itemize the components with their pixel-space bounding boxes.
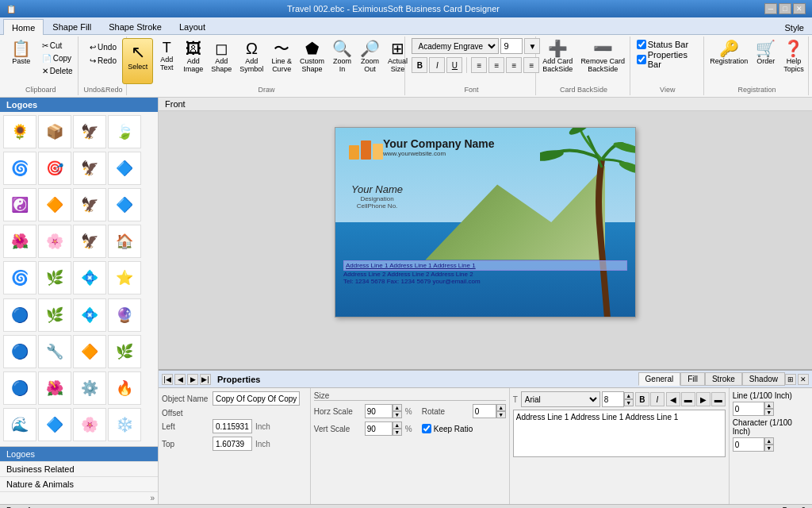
properties-bar-toggle[interactable]: Properties Bar [637, 50, 699, 69]
tab-shape-fill[interactable]: Shape Fill [44, 18, 100, 34]
list-item[interactable]: 🦅 [73, 115, 106, 148]
tab-home[interactable]: Home [3, 19, 44, 35]
panel-close-button[interactable]: ✕ [798, 374, 809, 385]
add-image-button[interactable]: 🖼 AddImage [180, 38, 206, 75]
cut-button[interactable]: ✂ Cut [39, 40, 76, 52]
list-item[interactable]: 🏠 [108, 225, 141, 258]
list-item[interactable]: 🌊 [3, 408, 36, 441]
sidebar-item-nature-animals[interactable]: Nature & Animals [0, 477, 158, 492]
sidebar-item-business-related[interactable]: Business Related [0, 462, 158, 477]
list-item[interactable]: 🔷 [108, 188, 141, 221]
add-shape-button[interactable]: ◻ AddShape [208, 38, 235, 75]
object-name-input[interactable] [213, 391, 300, 406]
select-button[interactable]: ↖ Select [122, 38, 153, 84]
prop-bold-button[interactable]: B [635, 392, 649, 406]
font-name-select[interactable]: Academy Engraved LE [412, 38, 499, 54]
rotate-up[interactable]: ▲ [496, 404, 506, 411]
list-item[interactable]: 🍃 [108, 115, 141, 148]
list-item[interactable]: 🎯 [38, 152, 71, 185]
order-button[interactable]: 🛒 Order [753, 38, 779, 67]
font-size-up[interactable]: ▲ [624, 392, 634, 399]
underline-button[interactable]: U [446, 57, 462, 73]
copy-button[interactable]: 📄 Copy [39, 52, 76, 64]
tab-stroke[interactable]: Stroke [705, 372, 742, 386]
bold-button[interactable]: B [412, 57, 427, 73]
tab-shadow[interactable]: Shadow [742, 372, 785, 386]
nav-first-button[interactable]: |◀ [162, 374, 173, 385]
list-item[interactable]: 🌺 [38, 371, 71, 405]
delete-button[interactable]: ✕ Delete [39, 65, 76, 77]
line-down[interactable]: ▼ [764, 409, 774, 416]
list-item[interactable]: 🔵 [3, 298, 36, 332]
sidebar-item-logoes[interactable]: Logoes [0, 447, 158, 462]
list-item[interactable]: 📦 [38, 115, 71, 148]
char-up[interactable]: ▲ [764, 437, 774, 444]
list-item[interactable]: ⚙️ [73, 371, 106, 405]
list-item[interactable]: 💠 [73, 298, 106, 332]
list-item[interactable]: ⭐ [108, 261, 141, 294]
zoom-in-button[interactable]: 🔍 ZoomIn [329, 38, 355, 75]
vert-scale-down[interactable]: ▼ [393, 429, 402, 436]
prop-align-center-button[interactable]: ▬ [681, 392, 695, 406]
tab-general[interactable]: General [638, 372, 681, 386]
justify-button[interactable]: ≡ [523, 57, 539, 73]
list-item[interactable]: ☯️ [3, 188, 36, 221]
custom-shape-button[interactable]: ⬟ CustomShape [297, 38, 327, 75]
list-item[interactable]: 🔵 [3, 371, 36, 405]
redo-button[interactable]: ↪ Redo [86, 55, 120, 67]
line-curve-button[interactable]: 〜 Line &Curve [268, 38, 295, 75]
list-item[interactable]: 🔷 [108, 152, 141, 185]
panel-float-button[interactable]: ⊞ [785, 374, 796, 385]
offset-top-input[interactable] [213, 437, 252, 451]
font-size-input-prop[interactable] [602, 391, 624, 407]
list-item[interactable]: 🦅 [73, 152, 106, 185]
list-item[interactable]: 🌺 [3, 225, 36, 258]
char-value-input[interactable] [733, 437, 764, 452]
status-bar-checkbox[interactable] [637, 40, 646, 49]
add-card-backside-button[interactable]: ➕ Add CardBackSide [539, 38, 576, 75]
prop-align-right-button[interactable]: ▶ [696, 392, 710, 406]
align-left-button[interactable]: ≡ [471, 57, 487, 73]
vert-scale-up[interactable]: ▲ [393, 421, 402, 429]
zoom-out-button[interactable]: 🔎 ZoomOut [357, 38, 383, 75]
style-dropdown[interactable]: Style [777, 21, 812, 34]
align-center-button[interactable]: ≡ [488, 57, 504, 73]
list-item[interactable]: 🦅 [73, 225, 106, 258]
help-topics-button[interactable]: ❓ HelpTopics [780, 38, 807, 75]
list-item[interactable]: 🔶 [38, 188, 71, 221]
expand-arrow[interactable]: » [0, 492, 158, 504]
business-card[interactable]: Your Company Name www.yourwebsite.com Yo… [335, 127, 636, 318]
list-item[interactable]: 🔧 [38, 335, 71, 368]
rotate-input[interactable] [473, 404, 496, 418]
prop-justify-button[interactable]: ▬ [711, 392, 726, 406]
font-size-input[interactable] [500, 38, 523, 54]
line-up[interactable]: ▲ [764, 402, 774, 409]
text-preview-area[interactable]: Address Line 1 Address Line 1 Address Li… [513, 410, 726, 457]
add-text-button[interactable]: T AddText [155, 38, 178, 74]
remove-card-backside-button[interactable]: ➖ Remove CardBackSide [577, 38, 628, 75]
list-item[interactable]: 🌀 [3, 152, 36, 185]
font-name-select-prop[interactable]: Arial [521, 391, 600, 407]
offset-left-input[interactable] [213, 419, 252, 433]
paste-button[interactable]: 📋 Paste [6, 38, 37, 67]
tab-fill[interactable]: Fill [680, 372, 705, 386]
line-value-input[interactable] [733, 402, 764, 416]
prop-align-left-button[interactable]: ◀ [666, 392, 680, 406]
maximize-button[interactable]: □ [779, 3, 791, 14]
list-item[interactable]: 🔥 [108, 371, 141, 405]
list-item[interactable]: 🦅 [73, 188, 106, 221]
list-item[interactable]: 🌿 [38, 261, 71, 294]
tab-layout[interactable]: Layout [170, 18, 214, 34]
list-item[interactable]: ❄️ [108, 408, 141, 441]
list-item[interactable]: 🔶 [73, 335, 106, 368]
horz-scale-down[interactable]: ▼ [393, 411, 402, 418]
undo-button[interactable]: ↩ Undo [86, 41, 120, 53]
close-button[interactable]: ✕ [793, 3, 806, 14]
status-bar-toggle[interactable]: Status Bar [637, 40, 688, 49]
vert-scale-input[interactable] [365, 421, 393, 436]
nav-last-button[interactable]: ▶| [200, 374, 211, 385]
keep-ratio-checkbox[interactable] [422, 424, 431, 433]
registration-button[interactable]: 🔑 Registration [707, 38, 751, 67]
nav-next-button[interactable]: ▶ [187, 374, 198, 385]
list-item[interactable]: 🌿 [38, 298, 71, 332]
